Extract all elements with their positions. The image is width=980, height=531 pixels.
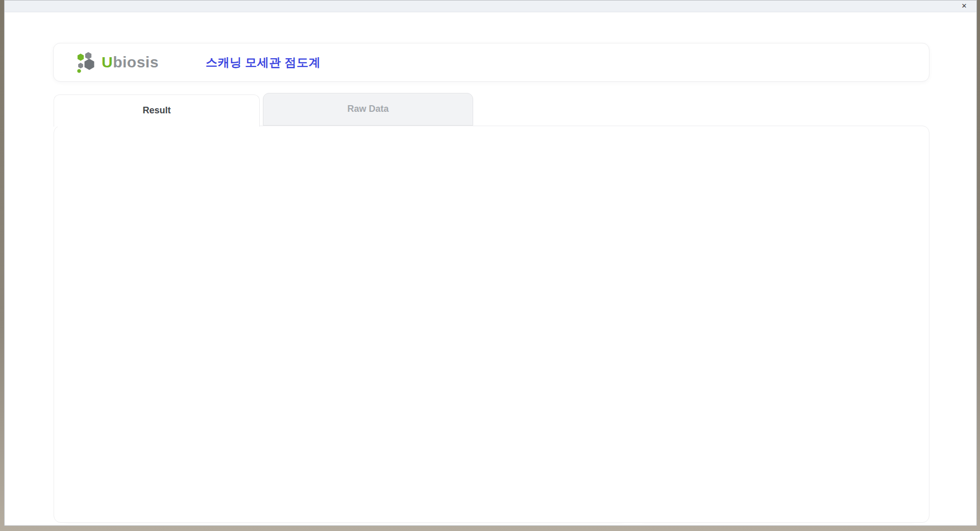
window-titlebar: ✕ (5, 1, 976, 12)
logo-letter-u: U (102, 54, 113, 70)
tab-result[interactable]: Result (54, 94, 260, 127)
logo-word-biosis: biosis (113, 54, 159, 70)
ubiosis-logo: Ubiosis (75, 51, 159, 74)
page-title: 스캐닝 모세관 점도계 (206, 55, 321, 70)
content-panel (54, 126, 929, 523)
desktop: ✕ Ubiosis 스캐닝 모세관 점도계 Result Raw Data (0, 0, 980, 531)
tab-raw-data[interactable]: Raw Data (263, 93, 473, 126)
logo-text: Ubiosis (102, 54, 159, 71)
close-icon[interactable]: ✕ (959, 2, 969, 11)
header-card: Ubiosis 스캐닝 모세관 점도계 (53, 43, 929, 82)
hexagon-logo-icon (75, 51, 97, 74)
app-window: ✕ Ubiosis 스캐닝 모세관 점도계 Result Raw Data (4, 0, 977, 526)
